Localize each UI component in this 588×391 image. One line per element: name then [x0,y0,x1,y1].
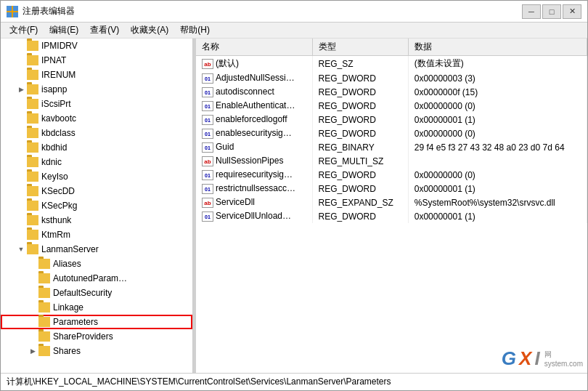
watermark-g: G [502,347,516,370]
tree-item-autotunedparam[interactable]: AutotunedParam… [1,271,192,286]
tree-label-ipmidrv: IPMIDRV [41,41,78,51]
reg-dword-icon-6: 01 [202,142,213,153]
reg-row-10[interactable]: abServiceDllREG_EXPAND_SZ%SystemRoot%\sy… [196,196,587,209]
app-icon [7,6,18,17]
tree-label-defaultsecurity: DefaultSecurity [53,288,112,298]
registry-panel[interactable]: 名称 类型 数据 ab(默认)REG_SZ(数值未设置)01AdjustedNu… [196,39,587,373]
menu-item-f[interactable]: 文件(F) [4,23,44,38]
expand-icon-ksecpkg [15,200,27,211]
reg-row-4[interactable]: 01enableforcedlogoffREG_DWORD0x00000001 … [196,113,587,126]
tree-item-shareproviders[interactable]: ShareProviders [1,329,192,344]
reg-type-3: REG_DWORD [312,99,408,113]
tree-item-linkage[interactable]: Linkage [1,300,192,315]
reg-type-6: REG_BINARY [312,140,408,154]
tree-item-lanmanserver[interactable]: ▼LanmanServer [1,242,192,257]
folder-icon-defaultsecurity [38,288,50,298]
reg-ab-icon-0: ab [202,59,213,69]
reg-row-1[interactable]: 01AdjustedNullSessi…REG_DWORD0x00000003 … [196,71,587,85]
reg-row-7[interactable]: abNullSessionPipesREG_MULTI_SZ [196,154,587,168]
watermark-net: 网 [544,350,583,360]
tree-item-parameters[interactable]: Parameters [1,315,192,329]
watermark-domain: system.com [544,360,583,368]
tree-item-ipmidrv[interactable]: IPMIDRV [1,39,192,53]
tree-item-ipnat[interactable]: IPNAT [1,53,192,68]
expand-icon-irenum [15,69,27,81]
reg-row-8[interactable]: 01requiresecuritysig…REG_DWORD0x00000000… [196,168,587,182]
expand-icon-kdnic [15,156,27,168]
tree-item-kdnic[interactable]: kdnic [1,155,192,169]
reg-dword-icon-1: 01 [202,73,213,84]
tree-label-ksthunk: ksthunk [41,215,71,225]
minimize-button[interactable]: ─ [522,4,541,19]
tree-item-irenum[interactable]: IRENUM [1,68,192,82]
reg-dword-icon-4: 01 [202,115,213,125]
close-button[interactable]: ✕ [563,4,581,19]
menu-item-h[interactable]: 帮助(H) [174,23,216,38]
reg-dword-icon-3: 01 [202,101,213,111]
tree-item-ksecpkg[interactable]: KSecPkg [1,198,192,213]
tree-item-ksecdd[interactable]: KSecDD [1,184,192,198]
expand-icon-isapnp: ▶ [15,84,27,95]
folder-icon-ksecpkg [27,201,38,211]
folder-icon-autotunedparam [38,273,50,283]
reg-row-5[interactable]: 01enablesecuritysig…REG_DWORD0x00000000 … [196,126,587,140]
menu-item-a[interactable]: 收藏夹(A) [125,23,174,38]
tree-label-kdnic: kdnic [41,157,62,167]
tree-item-shares[interactable]: ▶Shares [1,344,192,358]
reg-type-5: REG_DWORD [312,126,408,140]
reg-row-0[interactable]: ab(默认)REG_SZ(数值未设置) [196,56,587,72]
reg-type-8: REG_DWORD [312,168,408,182]
reg-row-11[interactable]: 01ServiceDllUnload…REG_DWORD0x00000001 (… [196,209,587,223]
tree-panel[interactable]: IPMIDRVIPNATIRENUM▶isapnpiScsiPrtkavboot… [1,39,193,373]
folder-icon-parameters [38,317,50,327]
expand-icon-iscsi [15,98,27,110]
expand-icon-ksecdd [15,185,27,197]
tree-item-isapnp[interactable]: ▶isapnp [1,82,192,97]
tree-item-kavbootc[interactable]: kavbootc [1,111,192,126]
reg-dword-icon-8: 01 [202,170,213,180]
expand-icon-kavbootc [15,113,27,124]
menu-item-v[interactable]: 查看(V) [84,23,125,38]
expand-icon-ktmrm [15,229,27,241]
expand-icon-ksthunk [15,214,27,226]
tree-item-kbdhid[interactable]: kbdhid [1,140,192,155]
reg-type-9: REG_DWORD [312,182,408,196]
tree-item-defaultsecurity[interactable]: DefaultSecurity [1,286,192,300]
tree-label-ksecpkg: KSecPkg [41,201,77,211]
folder-icon-kavbootc [27,113,38,124]
reg-row-9[interactable]: 01restrictnullsessacc…REG_DWORD0x0000000… [196,182,587,196]
reg-row-3[interactable]: 01EnableAuthenticat…REG_DWORD0x00000000 … [196,99,587,113]
reg-data-9: 0x00000001 (1) [408,182,587,196]
reg-row-2[interactable]: 01autodisconnectREG_DWORD0x0000000f (15) [196,85,587,99]
reg-ab-icon-10: ab [202,198,213,208]
folder-icon-aliases [38,259,50,269]
reg-name-9: 01restrictnullsessacc… [196,182,312,196]
folder-icon-linkage [38,302,50,313]
tree-item-ksthunk[interactable]: ksthunk [1,213,192,227]
tree-item-kbdclass[interactable]: kbdclass [1,126,192,140]
tree-label-lanmanserver: LanmanServer [41,244,99,254]
tree-item-iscsi[interactable]: iScsiPrt [1,97,192,111]
reg-row-6[interactable]: 01GuidREG_BINARY29 f4 e5 f3 27 43 32 48 … [196,140,587,154]
tree-label-linkage: Linkage [53,302,83,313]
maximize-button[interactable]: □ [542,4,561,19]
reg-data-1: 0x00000003 (3) [408,71,587,85]
expand-icon-shareproviders [27,331,38,342]
expand-icon-shares: ▶ [27,345,38,357]
reg-data-6: 29 f4 e5 f3 27 43 32 48 a0 23 d0 7d 64 [408,140,587,154]
folder-icon-ksecdd [27,186,38,196]
main-content: IPMIDRVIPNATIRENUM▶isapnpiScsiPrtkavboot… [1,39,587,373]
tree-label-shareproviders: ShareProviders [53,331,113,342]
expand-icon-ipmidrv [15,40,27,52]
reg-type-1: REG_DWORD [312,71,408,85]
watermark-text-block: 网 system.com [544,350,583,368]
tree-item-ktmrm[interactable]: KtmRm [1,227,192,242]
reg-type-4: REG_DWORD [312,113,408,126]
tree-item-keyiso[interactable]: KeyIso [1,169,192,184]
reg-dword-icon-5: 01 [202,129,213,139]
expand-icon-autotunedparam [27,273,38,284]
menu-bar: 文件(F)编辑(E)查看(V)收藏夹(A)帮助(H) [1,23,587,39]
menu-item-e[interactable]: 编辑(E) [44,23,84,38]
tree-item-aliases[interactable]: Aliases [1,257,192,271]
reg-dword-icon-11: 01 [202,211,213,222]
